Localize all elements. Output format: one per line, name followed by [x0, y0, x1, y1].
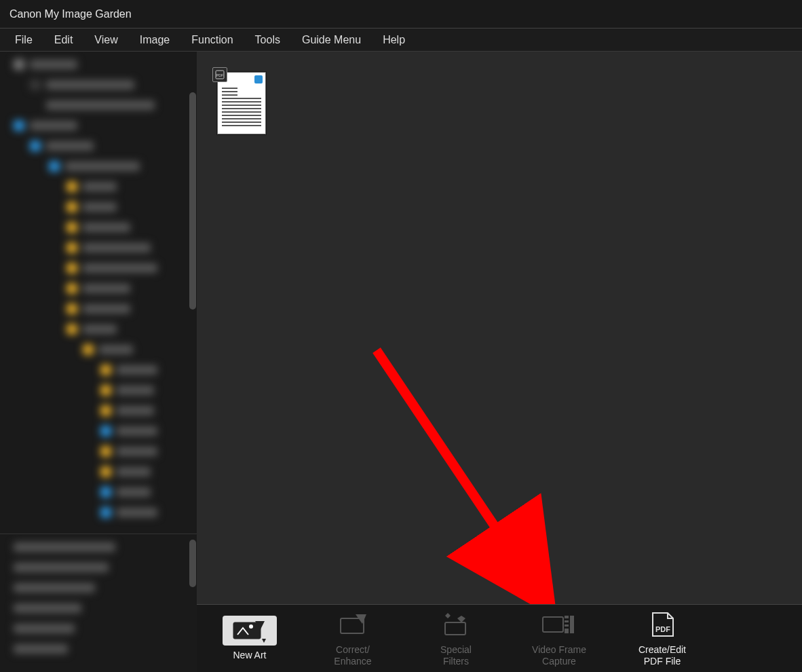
sidebar-scrollbar[interactable]	[189, 92, 196, 310]
tool-label: Special Filters	[440, 644, 472, 666]
bottom-toolbar: New Art Correct/ Enhance	[197, 604, 802, 672]
app-title: Canon My Image Garden	[9, 8, 132, 20]
special-filters-icon	[429, 610, 483, 640]
menu-image[interactable]: Image	[129, 30, 180, 50]
pdf-icon: PDF	[635, 610, 689, 640]
svg-marker-5	[262, 639, 266, 643]
menu-tools[interactable]: Tools	[244, 30, 291, 50]
svg-rect-10	[570, 616, 574, 633]
sidebar-lower-panel	[0, 534, 197, 672]
tool-label: Correct/ Enhance	[334, 644, 371, 666]
svg-rect-7	[445, 622, 465, 635]
pdf-badge-icon: PDF	[212, 67, 227, 82]
new-art-icon	[223, 616, 277, 646]
special-filters-button[interactable]: Special Filters	[415, 608, 497, 669]
document-preview	[222, 88, 261, 128]
sidebar	[0, 52, 197, 672]
create-edit-pdf-button[interactable]: PDF Create/Edit PDF File	[622, 608, 703, 669]
svg-rect-11	[565, 618, 569, 620]
menu-edit[interactable]: Edit	[43, 30, 84, 50]
svg-text:PDF: PDF	[216, 73, 224, 77]
svg-rect-12	[565, 622, 569, 624]
menu-file[interactable]: File	[4, 30, 43, 50]
tool-label: Video Frame Capture	[532, 644, 586, 666]
download-badge-icon	[254, 75, 263, 83]
svg-point-4	[249, 624, 253, 629]
folder-tree[interactable]	[0, 52, 197, 534]
menu-help[interactable]: Help	[372, 30, 416, 50]
annotation-arrow	[197, 52, 802, 604]
correct-enhance-button[interactable]: Correct/ Enhance	[312, 608, 394, 669]
video-capture-icon	[532, 610, 586, 640]
video-frame-capture-button[interactable]: Video Frame Capture	[518, 608, 600, 669]
svg-text:PDF: PDF	[655, 625, 670, 633]
menu-guide[interactable]: Guide Menu	[291, 30, 372, 50]
new-art-button[interactable]: New Art	[209, 608, 290, 669]
svg-rect-8	[543, 617, 563, 632]
menu-view[interactable]: View	[83, 30, 128, 50]
pdf-thumbnail[interactable]: PDF	[217, 72, 266, 134]
correct-enhance-icon	[326, 610, 380, 640]
titlebar: Canon My Image Garden	[0, 0, 802, 29]
sidebar-lower-scrollbar[interactable]	[189, 540, 196, 587]
tool-label: Create/Edit PDF File	[638, 644, 686, 666]
tool-label: New Art	[233, 650, 266, 660]
svg-line-2	[377, 350, 536, 588]
svg-rect-3	[233, 622, 261, 639]
svg-rect-13	[565, 627, 569, 629]
thumbnail-grid[interactable]: PDF	[197, 52, 802, 604]
menubar: File Edit View Image Function Tools Guid…	[0, 29, 802, 52]
menu-function[interactable]: Function	[180, 30, 244, 50]
